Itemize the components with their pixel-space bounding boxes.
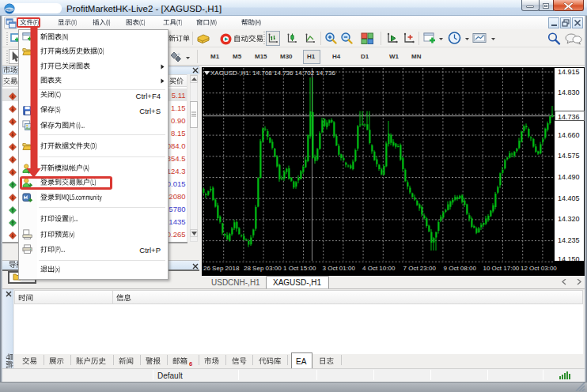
svg-text:PRO: PRO xyxy=(6,8,13,12)
